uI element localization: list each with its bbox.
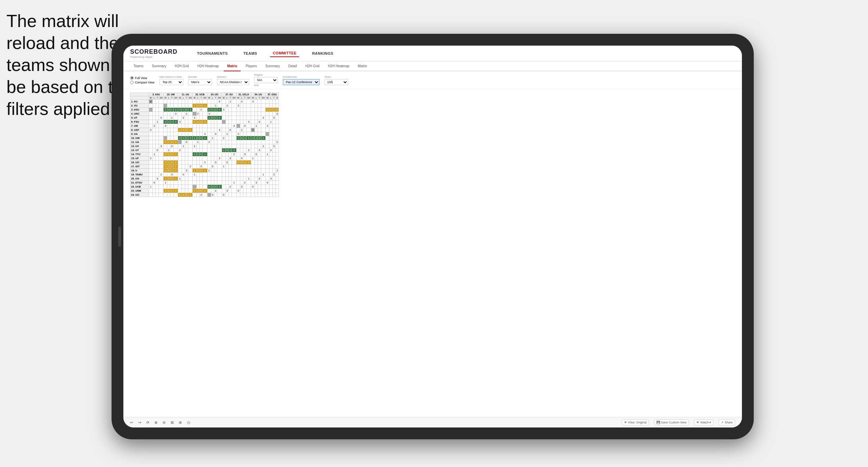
zoom-in-icon[interactable]: ⊕ <box>154 420 158 425</box>
matrix-cell <box>207 132 211 136</box>
matrix-cell: 0 <box>156 148 159 152</box>
row-label: 15. UF <box>130 156 149 161</box>
nav-teams[interactable]: TEAMS <box>241 50 260 57</box>
subnav-teams[interactable]: Teams <box>130 62 147 71</box>
max-teams-select[interactable]: Top 25 <box>160 79 183 85</box>
matrix-cell <box>170 156 173 161</box>
conference-select[interactable]: Pac-12 Conference <box>283 79 319 85</box>
view-original-btn[interactable]: 👁 View: Original <box>622 419 649 425</box>
matrix-cell <box>164 156 167 161</box>
matrix-cell: 1 <box>199 108 202 112</box>
matrix-cell <box>246 144 251 148</box>
nav-committee[interactable]: COMMITTEE <box>270 50 299 57</box>
refresh-icon[interactable]: ⟳ <box>146 420 149 425</box>
close-icon[interactable]: ⊗ <box>179 420 182 425</box>
matrix-cell <box>236 173 240 177</box>
matrix-cell <box>246 100 251 104</box>
subnav-h2h-heatmap1[interactable]: H2H Heatmap <box>194 62 222 71</box>
matrix-cell <box>236 181 240 185</box>
matrix-cell <box>232 116 237 120</box>
undo-icon[interactable]: ↩ <box>130 420 133 425</box>
matrix-cell <box>159 181 164 185</box>
matrix-cell <box>153 132 156 136</box>
matrix-cell <box>240 169 243 173</box>
matrix-cell <box>217 177 222 181</box>
matrix-cell <box>269 156 272 161</box>
matrix-cell: 0 <box>211 165 214 169</box>
matrix-cell <box>236 124 240 128</box>
matrix-cell <box>222 140 225 144</box>
matrix-cell <box>255 100 258 104</box>
region-na-text: N/A <box>254 84 278 87</box>
matrix-cell <box>156 136 159 140</box>
share-btn[interactable]: ↗ Share <box>719 419 735 425</box>
matrix-cell <box>214 144 217 148</box>
matrix-corner <box>130 93 149 96</box>
grid-icon[interactable]: ⊞ <box>171 420 174 425</box>
matrix-cell <box>258 185 261 189</box>
matrix-cell: 3 <box>170 173 173 177</box>
nav-tournaments[interactable]: TOURNAMENTS <box>194 50 231 57</box>
matrix-cell <box>149 116 153 120</box>
table-row: 23. UNM10121201230 <box>130 189 279 193</box>
table-row: 11. UA01000122 <box>130 140 279 144</box>
subnav-summary1[interactable]: Summary <box>148 62 170 71</box>
redo-icon[interactable]: ↪ <box>138 420 141 425</box>
matrix-cell <box>272 140 275 144</box>
matrix-cell <box>156 104 159 108</box>
matrix-cell <box>207 181 211 185</box>
compact-view-radio[interactable]: Compact View <box>130 81 154 84</box>
matrix-cell <box>193 185 196 189</box>
matrix-cell: 0 <box>170 177 173 181</box>
subnav-matrix2[interactable]: Matrix <box>355 62 370 71</box>
subnav-matrix1[interactable]: Matrix <box>224 62 240 71</box>
subnav-players[interactable]: Players <box>242 62 260 71</box>
subnav-h2h-heatmap2[interactable]: H2H Heatmap <box>324 62 353 71</box>
col-d-ua: Dif <box>188 96 193 100</box>
matrix-cell <box>258 128 261 132</box>
matrix-cell <box>196 116 199 120</box>
matrix-cell <box>202 156 207 161</box>
matrix-cell <box>193 112 196 116</box>
matrix-cell <box>196 161 199 165</box>
subnav-h2h-grid1[interactable]: H2H Grid <box>171 62 192 71</box>
division-select[interactable]: NCAA Division I <box>217 79 249 85</box>
matrix-cell <box>243 156 246 161</box>
team-select[interactable]: (All) <box>324 79 348 85</box>
matrix-cell <box>170 185 173 189</box>
row-label: 18. U <box>130 169 149 173</box>
full-view-label: Full View <box>135 76 147 80</box>
matrix-cell <box>255 185 258 189</box>
subnav-detail[interactable]: Detail <box>285 62 300 71</box>
matrix-cell <box>182 100 185 104</box>
matrix-cell <box>164 116 167 120</box>
watch-btn[interactable]: 👁 Watch ▾ <box>694 419 714 425</box>
tablet-button[interactable] <box>118 226 121 247</box>
zoom-out-icon[interactable]: ⊖ <box>163 420 166 425</box>
gender-select[interactable]: Men's <box>188 79 212 85</box>
matrix-cell: 2 <box>170 120 173 124</box>
full-view-radio[interactable]: Full View <box>130 76 154 80</box>
matrix-cell: 2 <box>202 136 207 140</box>
matrix-cell: 0 <box>188 136 193 140</box>
matrix-cell <box>232 177 237 181</box>
matrix-cell <box>167 112 170 116</box>
matrix-cell <box>170 124 173 128</box>
matrix-cell <box>243 144 246 148</box>
col-w-uw: W <box>164 96 167 100</box>
nav-rankings[interactable]: RANKINGS <box>309 50 336 57</box>
region-select[interactable]: N/A <box>254 77 278 83</box>
compact-view-radio-btn[interactable] <box>130 81 134 84</box>
matrix-cell <box>266 100 269 104</box>
matrix-cell <box>182 165 185 169</box>
matrix-cell <box>149 152 153 156</box>
subnav-h2h-grid2[interactable]: H2H Grid <box>302 62 323 71</box>
col-l-ua: L <box>182 96 185 100</box>
region-label: Region <box>254 73 278 76</box>
save-custom-view-btn[interactable]: 💾 Save Custom View <box>654 419 689 425</box>
matrix-area[interactable]: 3. ASU 10. UW 11. UA 22. UCB 24. UO 27. … <box>123 89 742 417</box>
full-view-radio-btn[interactable] <box>130 76 134 80</box>
clock-icon[interactable]: ◷ <box>187 420 190 425</box>
matrix-cell: 1 <box>170 116 173 120</box>
subnav-summary2[interactable]: Summary <box>262 62 283 71</box>
